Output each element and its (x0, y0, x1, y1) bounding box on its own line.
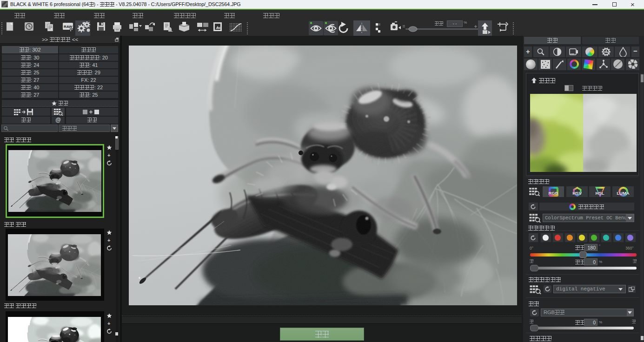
svg-text:RAW: RAW (64, 25, 73, 29)
